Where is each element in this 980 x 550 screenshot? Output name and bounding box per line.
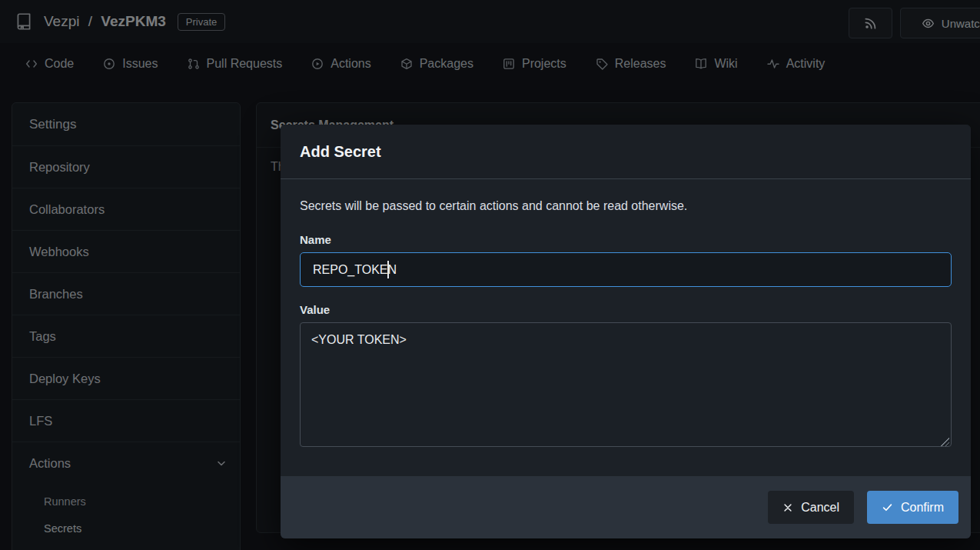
- repo-settings-page: Vezpi / VezPKM3 Private Unwatch Code Iss…: [0, 0, 980, 550]
- add-secret-modal: Add Secret Secrets will be passed to cer…: [281, 125, 971, 538]
- x-icon: [782, 502, 793, 513]
- secret-name-input[interactable]: [300, 252, 952, 287]
- value-field: Value <YOUR TOKEN>: [300, 303, 952, 450]
- confirm-button[interactable]: Confirm: [867, 491, 958, 524]
- value-field-label: Value: [300, 303, 952, 316]
- text-cursor: [387, 261, 389, 278]
- cancel-button[interactable]: Cancel: [768, 491, 854, 524]
- modal-description: Secrets will be passed to certain action…: [300, 199, 952, 213]
- name-field: [300, 252, 952, 287]
- modal-footer: Cancel Confirm: [281, 476, 971, 538]
- modal-title: Add Secret: [281, 125, 971, 179]
- name-field-label: Name: [300, 233, 952, 246]
- secret-value-textarea[interactable]: <YOUR TOKEN>: [300, 322, 952, 447]
- check-icon: [882, 502, 893, 513]
- value-field-wrap: <YOUR TOKEN>: [300, 322, 952, 450]
- confirm-label: Confirm: [901, 501, 944, 515]
- modal-body: Secrets will be passed to certain action…: [281, 179, 971, 450]
- cancel-label: Cancel: [801, 501, 839, 515]
